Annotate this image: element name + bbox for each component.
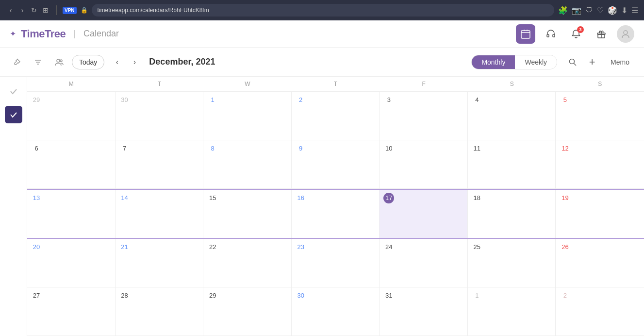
- day-headers: MTWTFSS: [27, 77, 644, 92]
- day-cell[interactable]: 6: [27, 140, 116, 188]
- day-cell[interactable]: 22: [203, 239, 292, 287]
- day-cell[interactable]: 20: [27, 239, 116, 287]
- day-cell[interactable]: 30: [292, 287, 380, 336]
- day-number: 14: [119, 193, 130, 203]
- gift-button[interactable]: [592, 24, 611, 44]
- week-row: 13141516171819: [27, 189, 644, 239]
- app-header: ✦ TimeTree | Calendar 3: [0, 20, 644, 48]
- menu-icon[interactable]: ☰: [631, 6, 638, 15]
- search-button[interactable]: [565, 54, 580, 70]
- svg-rect-5: [553, 34, 555, 37]
- url-text: timetreeapp.com/calendars/RbhFUhtcK8fm: [98, 7, 209, 14]
- week-row: 272829303112: [27, 287, 644, 336]
- day-cell[interactable]: 13: [27, 190, 116, 238]
- day-number: 3: [383, 95, 394, 105]
- prev-month-button[interactable]: ‹: [110, 55, 124, 69]
- day-cell[interactable]: 31: [380, 287, 468, 336]
- day-number: 17: [383, 193, 394, 203]
- day-cell[interactable]: 1: [203, 92, 292, 140]
- heart-icon[interactable]: ♡: [597, 6, 604, 15]
- cube-icon[interactable]: 🎲: [608, 6, 617, 15]
- day-cell[interactable]: 25: [468, 239, 556, 287]
- day-number: 24: [383, 242, 394, 252]
- day-cell[interactable]: 26: [556, 239, 644, 287]
- monthly-view-button[interactable]: Monthly: [472, 55, 515, 69]
- day-cell[interactable]: 29: [203, 287, 292, 336]
- day-number: 31: [383, 290, 394, 301]
- day-number: 1: [472, 290, 482, 301]
- day-cell[interactable]: 3: [380, 92, 468, 140]
- day-cell[interactable]: 23: [292, 239, 380, 287]
- day-cell[interactable]: 16: [292, 190, 380, 238]
- day-cell[interactable]: 11: [468, 140, 556, 188]
- memo-button[interactable]: Memo: [604, 55, 636, 69]
- day-cell[interactable]: 5: [556, 92, 644, 140]
- browser-chrome: ‹ › ↻ ⊞ VPN 🔒 timetreeapp.com/calendars/…: [0, 0, 644, 20]
- day-cell[interactable]: 17: [380, 190, 468, 238]
- apps-button[interactable]: ⊞: [41, 5, 50, 15]
- check-mark-button[interactable]: [5, 83, 22, 100]
- day-cell[interactable]: 18: [468, 190, 556, 238]
- day-cell[interactable]: 21: [116, 239, 204, 287]
- day-header: M: [27, 79, 116, 89]
- shield-icon[interactable]: 🛡: [585, 6, 593, 15]
- headset-button[interactable]: [541, 24, 561, 44]
- reload-button[interactable]: ↻: [29, 5, 39, 15]
- day-cell[interactable]: 24: [380, 239, 468, 287]
- day-number: 16: [296, 193, 306, 203]
- weeks-container: 2930123456789101112131415161718192021222…: [27, 92, 644, 336]
- day-cell[interactable]: 15: [203, 190, 292, 238]
- day-cell[interactable]: 8: [203, 140, 292, 188]
- day-cell[interactable]: 9: [292, 140, 380, 188]
- notifications-button[interactable]: 3: [566, 24, 586, 44]
- day-number: 8: [207, 143, 218, 154]
- day-cell[interactable]: 28: [116, 287, 204, 336]
- calendar-view-button[interactable]: [516, 24, 535, 44]
- nav-divider: [56, 5, 57, 15]
- members-tool-button[interactable]: [50, 53, 68, 71]
- day-number: 26: [560, 242, 570, 252]
- camera-icon[interactable]: 📷: [572, 6, 581, 15]
- weekly-view-button[interactable]: Weekly: [515, 55, 557, 69]
- day-number: 29: [31, 95, 42, 105]
- user-avatar-button[interactable]: [617, 25, 634, 43]
- extensions-icon[interactable]: 🧩: [558, 6, 568, 15]
- url-bar[interactable]: timetreeapp.com/calendars/RbhFUhtcK8fm: [92, 4, 554, 17]
- day-number: 7: [119, 143, 130, 154]
- pin-tool-button[interactable]: [8, 53, 25, 71]
- day-cell[interactable]: 27: [27, 287, 116, 336]
- day-cell[interactable]: 7: [116, 140, 204, 188]
- day-cell[interactable]: 14: [116, 190, 204, 238]
- day-cell[interactable]: 30: [116, 92, 204, 140]
- filter-tool-button[interactable]: [29, 53, 47, 71]
- calendar-grid: MTWTFSS 29301234567891011121314151617181…: [27, 77, 644, 336]
- notification-count: 3: [577, 26, 584, 33]
- day-number: 20: [31, 242, 42, 252]
- day-cell[interactable]: 29: [27, 92, 116, 140]
- vpn-badge: VPN: [63, 7, 77, 14]
- next-month-button[interactable]: ›: [128, 55, 141, 69]
- day-number: 23: [296, 242, 306, 252]
- day-number: 19: [560, 193, 570, 203]
- day-header: T: [116, 79, 204, 89]
- day-cell[interactable]: 12: [556, 140, 644, 188]
- day-cell[interactable]: 10: [380, 140, 468, 188]
- day-cell[interactable]: 19: [556, 190, 644, 238]
- task-done-button[interactable]: [5, 106, 22, 123]
- day-cell[interactable]: 4: [468, 92, 556, 140]
- today-button[interactable]: Today: [72, 55, 104, 69]
- calendar-area: MTWTFSS 29301234567891011121314151617181…: [0, 77, 644, 336]
- day-number: 29: [207, 290, 218, 301]
- add-event-button[interactable]: +: [584, 54, 600, 70]
- download-icon[interactable]: ⬇: [621, 6, 627, 15]
- day-number: 11: [472, 143, 482, 154]
- week-row: 293012345: [27, 92, 644, 140]
- forward-button[interactable]: ›: [17, 5, 27, 15]
- side-panel: [0, 77, 27, 336]
- week-row: 20212223242526: [27, 239, 644, 287]
- day-number: 21: [119, 242, 130, 252]
- back-button[interactable]: ‹: [6, 5, 16, 15]
- day-cell[interactable]: 1: [468, 287, 556, 336]
- day-cell[interactable]: 2: [292, 92, 380, 140]
- day-cell[interactable]: 2: [556, 287, 644, 336]
